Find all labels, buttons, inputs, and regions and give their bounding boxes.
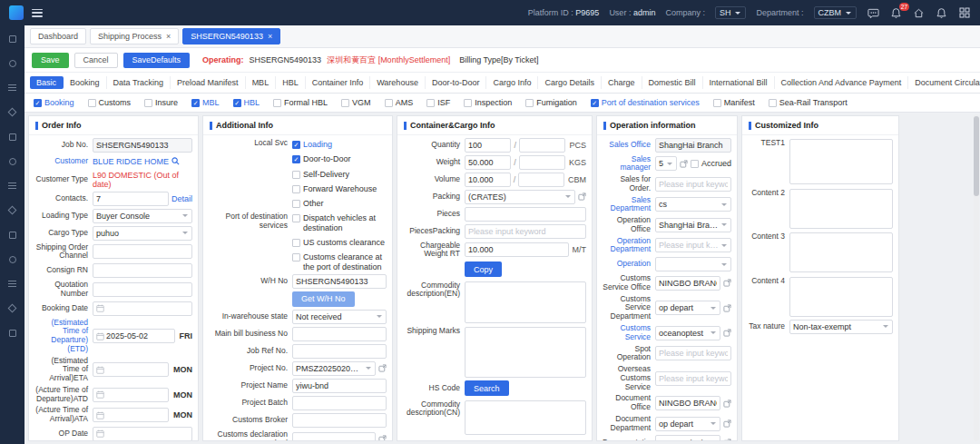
detail-link[interactable]: Detail [172, 194, 192, 203]
vertical-scrollbar[interactable] [974, 114, 979, 441]
textarea-commodity-description-en[interactable] [465, 281, 586, 323]
sidebar-clock-icon[interactable] [6, 204, 18, 216]
sidebar-globe-icon[interactable] [6, 253, 18, 265]
module-toggle-booking[interactable]: ✓Booking [34, 98, 74, 107]
checkbox-icon[interactable] [88, 99, 96, 107]
input-contacts[interactable] [93, 192, 169, 206]
module-toggle-isf[interactable]: ISF [426, 98, 450, 107]
form-tab-domestic-bill[interactable]: Domestic Bill [642, 76, 703, 89]
input-piecespacking[interactable] [465, 224, 586, 239]
module-toggle-mbl[interactable]: ✓MBL [191, 98, 220, 107]
input-weight-1[interactable] [465, 155, 511, 170]
notification-bell-icon[interactable]: 27 [889, 6, 903, 20]
select-in-warehouse-state[interactable]: Not received [292, 310, 387, 324]
checkbox-icon[interactable] [713, 99, 721, 107]
cancel-button[interactable]: Cancel [74, 53, 118, 68]
checkbox-icon[interactable]: ✓ [233, 99, 241, 107]
bell-icon[interactable] [935, 6, 948, 20]
accrued-checkbox[interactable]: Accrued [691, 159, 731, 168]
sidebar-box-icon[interactable] [6, 106, 18, 118]
checkbox-icon[interactable] [144, 99, 152, 107]
select-operation[interactable] [655, 257, 731, 271]
form-tab-warehouse[interactable]: Warehouse [370, 76, 426, 89]
sidebar-users-icon[interactable] [6, 131, 18, 143]
form-tab-charge[interactable]: Charge [602, 76, 642, 89]
input-volume-1[interactable] [465, 173, 511, 187]
option-forward-warehouse[interactable]: Forward Warehouse [292, 184, 377, 193]
option-self-delivery[interactable]: Self-Delivery [292, 170, 377, 179]
form-tab-hbl[interactable]: HBL [276, 76, 306, 89]
select-packing[interactable]: (CRATES) [465, 190, 575, 204]
select-sales-manager[interactable]: 59699 [655, 156, 677, 171]
input-project-batch[interactable] [292, 396, 387, 410]
form-tab-international-bill[interactable]: International Bill [703, 76, 775, 89]
select-customs-service[interactable]: oceanoptest [655, 326, 720, 340]
input-consign-rn[interactable] [93, 263, 192, 278]
option-other[interactable]: Other [292, 199, 377, 208]
save-button[interactable]: Save [32, 53, 69, 68]
module-toggle-manifest[interactable]: Manifest [713, 98, 755, 107]
option-customs-clearance-at-the-port-of-destination[interactable]: Customs clearance at the port of destina… [292, 252, 387, 271]
window-tab-shipping-process[interactable]: Shipping Process× [90, 28, 179, 44]
date-input-op-date[interactable] [93, 427, 192, 440]
select-project-no[interactable]: PMSZ20250200026 [292, 361, 376, 376]
form-tab-container-info[interactable]: Container Info [306, 76, 371, 89]
module-toggle-fumigation[interactable]: Fumigation [525, 98, 577, 107]
home-icon[interactable] [912, 6, 926, 20]
select-documentation[interactable]: oceanoptest [655, 435, 720, 440]
close-tab-icon[interactable]: × [268, 32, 272, 41]
form-tab-document-circulation[interactable]: Document Circulation [908, 76, 980, 89]
checkbox-icon[interactable] [273, 99, 281, 107]
button-get-w-h-no[interactable]: Get W/H No [292, 291, 355, 307]
module-toggle-port-of-destination-services[interactable]: ✓Port of destination services [591, 98, 700, 107]
input-job-ref-no[interactable] [292, 344, 387, 359]
module-toggle-vgm[interactable]: VGM [341, 98, 371, 107]
checkbox-icon[interactable] [525, 99, 534, 107]
form-tab-cargo-info[interactable]: Cargo Info [486, 76, 538, 89]
input-quotation-number[interactable] [93, 282, 192, 297]
save-defaults-button[interactable]: SaveDefaults [123, 53, 191, 68]
checkbox-icon[interactable] [464, 99, 472, 107]
checkbox-icon[interactable]: ✓ [591, 99, 599, 107]
form-tab-mbl[interactable]: MBL [246, 76, 277, 89]
sidebar-truck-icon[interactable] [6, 229, 18, 241]
option-door-to-door[interactable]: ✓Door-to-Door [292, 154, 377, 163]
input-quantity-2[interactable] [519, 138, 565, 153]
date-input-estimated-time-of-arrival-eta[interactable] [93, 362, 169, 377]
input-customs-service-office[interactable] [655, 276, 720, 291]
textarea-shipping-marks[interactable] [465, 327, 586, 378]
textarea-test1[interactable] [789, 139, 893, 184]
module-toggle-inspection[interactable]: Inspection [464, 98, 512, 107]
sidebar-building-icon[interactable] [6, 180, 18, 192]
input-project-name[interactable] [292, 379, 387, 393]
sidebar-wrench-icon[interactable] [6, 155, 18, 167]
comment-icon[interactable] [867, 6, 880, 20]
close-tab-icon[interactable]: × [166, 32, 171, 41]
sidebar-apps-icon[interactable] [6, 57, 18, 69]
textarea-content-3[interactable] [789, 232, 893, 272]
select-document-department[interactable]: op depart [655, 417, 720, 431]
select-loading-type[interactable]: Buyer Console [93, 209, 192, 223]
checkbox-icon[interactable]: ✓ [191, 99, 200, 107]
checkbox-icon[interactable] [426, 99, 435, 107]
menu-toggle-icon[interactable] [32, 9, 43, 17]
sidebar-grid-icon[interactable] [6, 278, 18, 290]
sidebar-document-icon[interactable] [6, 302, 18, 314]
input-overseas-customs-service[interactable] [655, 371, 731, 386]
select-operation-department[interactable]: Please input keyword [655, 238, 731, 252]
textarea-content-2[interactable] [789, 189, 893, 229]
input-shipping-order-channel[interactable] [93, 244, 192, 259]
module-toggle-ams[interactable]: AMS [385, 98, 414, 107]
input-document-office[interactable] [655, 396, 720, 410]
select-cargo-type[interactable]: puhuo [93, 226, 192, 241]
checkbox-icon[interactable] [341, 99, 349, 107]
option-dispatch-vehicles-at-destination[interactable]: Dispatch vehicles at destination [292, 213, 387, 232]
form-tab-preload-manifest[interactable]: Preload Manifest [171, 76, 246, 89]
select-tax-nature[interactable]: Non-tax-exempt [789, 320, 893, 334]
select-operation-office[interactable]: ShangHai Branch [655, 218, 731, 232]
sidebar-lock-icon[interactable] [6, 327, 18, 339]
option-loading[interactable]: ✓Loading [292, 140, 377, 149]
customer-link[interactable]: BLUE RIDGE HOME [93, 157, 169, 166]
module-toggle-sea-rail-transport[interactable]: Sea-Rail Transport [769, 98, 848, 107]
module-toggle-insure[interactable]: Insure [144, 98, 178, 107]
